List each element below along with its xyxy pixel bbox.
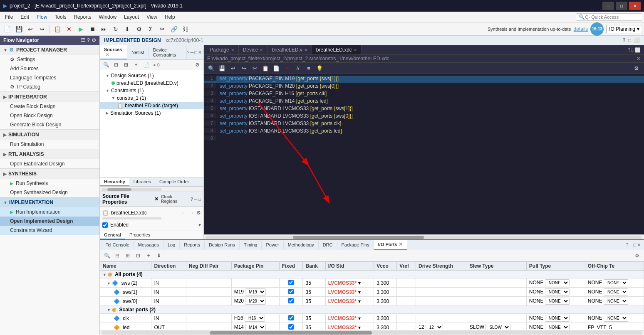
editor-delete-button[interactable]: ✕ bbox=[282, 64, 292, 73]
sigma-button[interactable]: Σ bbox=[145, 24, 156, 34]
menu-layout[interactable]: Layout bbox=[121, 13, 142, 21]
close-tab-icon[interactable]: ✕ bbox=[260, 48, 263, 52]
pull-type-select[interactable]: NONE bbox=[545, 324, 570, 330]
close-file-props-icon[interactable]: ✕ bbox=[154, 196, 159, 202]
tab-tcl-console[interactable]: Tcl Console bbox=[102, 241, 134, 249]
synthesis-header[interactable]: ▶ SYNTHESIS bbox=[0, 169, 99, 179]
nav-item-run-synthesis[interactable]: ▶ Run Synthesis bbox=[0, 179, 99, 188]
close-tab-icon[interactable]: ✕ bbox=[399, 241, 403, 247]
editor-close-path-icon[interactable]: ✕ bbox=[637, 56, 641, 62]
nav-item-open-implemented[interactable]: Open Implemented Design bbox=[0, 217, 99, 226]
unlink-button[interactable]: ⛓ bbox=[180, 24, 191, 34]
io-planning-select[interactable]: IO Planning ▾ bbox=[606, 25, 642, 33]
nav-item-open-block[interactable]: Open Block Design bbox=[0, 111, 99, 120]
bottom-close-icon[interactable]: ✕ bbox=[637, 242, 641, 248]
fixed-checkbox[interactable] bbox=[288, 280, 294, 285]
nav-item-language-templates[interactable]: Language Templates bbox=[0, 73, 99, 82]
details-link[interactable]: details bbox=[574, 26, 588, 32]
editor-undo-button[interactable]: ↩ bbox=[228, 64, 238, 73]
col-name[interactable]: Name bbox=[100, 262, 151, 271]
redo-button[interactable]: ↪ bbox=[37, 24, 47, 34]
close-tab-icon[interactable]: ✕ bbox=[231, 48, 234, 52]
tab-sources[interactable]: Sources ✕ bbox=[100, 45, 127, 59]
pin-select[interactable]: H16 bbox=[245, 315, 265, 322]
editor-format-button[interactable]: ≡ bbox=[304, 64, 314, 73]
sources-search-button[interactable]: 🔍 bbox=[102, 61, 111, 69]
tab-methodology[interactable]: Methodology bbox=[284, 241, 319, 249]
fixed-checkbox[interactable] bbox=[288, 289, 294, 294]
offchip-select[interactable]: NONE bbox=[604, 279, 628, 286]
col-pull-type[interactable]: Pull Type bbox=[526, 262, 585, 271]
nav-item-open-synthesized[interactable]: Open Synthesized Design bbox=[0, 188, 99, 197]
offchip-select[interactable]: NONE bbox=[604, 315, 628, 322]
tab-package[interactable]: Package ✕ bbox=[206, 45, 239, 54]
clk-fixed[interactable] bbox=[279, 314, 303, 323]
sws-fixed[interactable] bbox=[279, 278, 303, 288]
tab-breatheled-v[interactable]: breatheLED.v ✕ bbox=[268, 45, 312, 54]
col-offchip[interactable]: Off-Chip Te bbox=[585, 262, 644, 271]
editor-search-button[interactable]: 🔍 bbox=[206, 64, 216, 73]
undo-button[interactable]: ↩ bbox=[25, 24, 36, 34]
tab-design-runs[interactable]: Design Runs bbox=[205, 241, 240, 249]
arrow-right-icon[interactable]: → bbox=[189, 210, 194, 216]
tab-device[interactable]: Device ✕ bbox=[239, 45, 268, 54]
pin-select[interactable]: M20 bbox=[245, 298, 266, 305]
tree-breatheled[interactable]: breatheLED (breatheLED.v) bbox=[100, 79, 203, 87]
quick-access-input[interactable] bbox=[585, 15, 635, 20]
tree-simulation-sources[interactable]: ▶ Simulation Sources (1) bbox=[100, 109, 203, 117]
tab-timing[interactable]: Timing bbox=[240, 241, 262, 249]
nav-item-ip-catalog[interactable]: ⚙ IP Catalog bbox=[0, 82, 99, 91]
tab-power[interactable]: Power bbox=[262, 241, 283, 249]
col-bank[interactable]: Bank bbox=[303, 262, 325, 271]
sources-settings-button[interactable]: ⚙ bbox=[193, 61, 202, 69]
sources-max-icon[interactable]: □ bbox=[194, 50, 197, 55]
ports-collapse-button[interactable]: ⊟ bbox=[113, 251, 122, 260]
nav-item-constraints-wizard[interactable]: Constraints Wizard bbox=[0, 226, 99, 235]
props-min-icon[interactable]: ─ bbox=[194, 197, 198, 202]
editor-bulb-button[interactable]: 💡 bbox=[315, 64, 324, 73]
tab-log[interactable]: Log bbox=[163, 241, 180, 249]
ports-table-container[interactable]: Name Direction Neg Diff Pair Package Pin… bbox=[100, 261, 644, 330]
nav-item-open-elaborated[interactable]: Open Elaborated Design bbox=[0, 159, 99, 168]
pull-type-select[interactable]: NONE bbox=[545, 315, 570, 322]
tree-constrs1[interactable]: ▼ constrs_1 (1) bbox=[100, 94, 203, 102]
menu-tools[interactable]: Tools bbox=[51, 13, 69, 21]
nav-item-run-simulation[interactable]: Run Simulation bbox=[0, 140, 99, 149]
editor-help-icon[interactable]: ? bbox=[628, 47, 630, 52]
fixed-checkbox[interactable] bbox=[288, 315, 294, 320]
link-button[interactable]: 🔗 bbox=[168, 24, 179, 34]
cut-button[interactable]: ✂ bbox=[157, 24, 168, 34]
tab-drc[interactable]: DRC bbox=[319, 241, 337, 249]
slew-select[interactable]: SLOW bbox=[485, 324, 510, 330]
ports-filter-button[interactable]: ⊡ bbox=[134, 251, 143, 260]
col-slew-type[interactable]: Slew Type bbox=[467, 262, 526, 271]
tab-properties[interactable]: Properties bbox=[125, 231, 154, 239]
run-button[interactable]: ▶ bbox=[75, 24, 86, 34]
file-props-settings-icon[interactable]: ⚙ bbox=[196, 210, 201, 216]
tree-breatheled-xdc[interactable]: 📋 breatheLED.xdc (target) bbox=[100, 102, 203, 109]
sources-add-button[interactable]: + bbox=[131, 61, 141, 69]
col-drive-strength[interactable]: Drive Strength bbox=[416, 262, 467, 271]
subtab-hierarchy[interactable]: Hierarchy bbox=[100, 178, 129, 186]
col-vref[interactable]: Vref bbox=[397, 262, 416, 271]
stop-button[interactable]: ⏹ bbox=[87, 24, 98, 34]
drive-select[interactable]: 12 bbox=[426, 324, 443, 330]
tab-reports[interactable]: Reports bbox=[180, 241, 205, 249]
nav-settings-icon[interactable]: ⚙ bbox=[92, 37, 96, 43]
col-direction[interactable]: Direction bbox=[151, 262, 186, 271]
maximize-button[interactable]: □ bbox=[616, 2, 627, 10]
editor-comment-button[interactable]: // bbox=[293, 64, 303, 73]
tree-constraints[interactable]: ▼ Constraints (1) bbox=[100, 87, 203, 94]
ip-integrator-header[interactable]: ▶ IP INTEGRATOR bbox=[0, 92, 99, 102]
enabled-checkbox[interactable] bbox=[102, 222, 108, 228]
delete-button[interactable]: ✕ bbox=[64, 24, 74, 34]
nav-item-generate-block[interactable]: Generate Block Design bbox=[0, 120, 99, 129]
tab-device-constraints[interactable]: Device Constraints bbox=[149, 46, 187, 59]
scroll-area-2[interactable] bbox=[102, 217, 201, 221]
tree-design-sources[interactable]: ▼ Design Sources (1) bbox=[100, 72, 203, 79]
sws1-fixed[interactable] bbox=[279, 288, 303, 297]
tab-general[interactable]: General bbox=[100, 231, 125, 239]
simulation-header[interactable]: ▶ SIMULATION bbox=[0, 130, 99, 140]
new-file-button[interactable]: 📄 bbox=[2, 24, 12, 34]
pin-select[interactable]: M19 bbox=[245, 288, 266, 296]
